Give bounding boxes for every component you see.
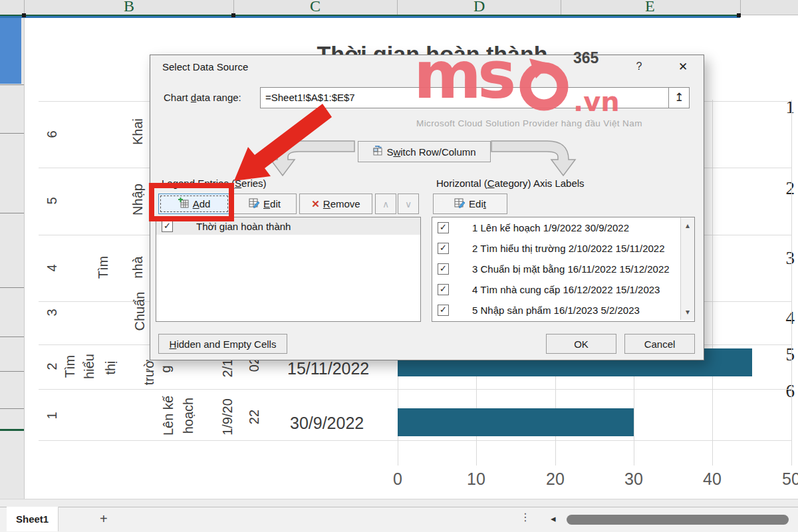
legend-entry-label: Thời gian hoàn thành (196, 221, 291, 232)
task-label: Tìm (63, 355, 78, 378)
end-date-label: 30/9/2022 (290, 414, 364, 433)
column-header-E[interactable]: E (645, 0, 655, 15)
remove-button-label: Remove (323, 198, 360, 209)
axis-label-text: 5 Nhập sản phẩm 16/1/2023 5/2/2023 (472, 305, 640, 316)
x-axis-tick: 0 (378, 469, 418, 489)
axis-label-text: 3 Chuẩn bị mặt bằng 16/11/2022 15/12/202… (472, 263, 670, 275)
scroll-down-icon[interactable]: ▾ (681, 304, 694, 320)
column-header-D[interactable]: D (473, 0, 485, 15)
checkbox-checked-icon[interactable]: ✓ (438, 222, 449, 233)
checkbox-checked-icon[interactable]: ✓ (438, 263, 449, 275)
axis-label-row[interactable]: ✓ 4 Tìm nhà cung cấp 16/12/2022 15/1/202… (432, 279, 680, 300)
watermark-vn-text: .vn (573, 86, 620, 117)
axis-label-row[interactable]: ✓ 2 Tìm hiểu thị trường 2/10/2022 15/11/… (432, 238, 680, 259)
edit-axis-button-label: Edit (469, 198, 486, 209)
edit-series-button[interactable]: Edit (233, 194, 297, 214)
selection-handle[interactable] (737, 13, 741, 17)
axis-label-row[interactable]: ✓ 1 Lên kế hoạch 1/9/2022 30/9/2022 (432, 217, 680, 238)
x-axis-tick: 30 (614, 469, 654, 489)
guide-arrow-right (490, 137, 577, 180)
legend-entries-list: ✓ Thời gian hoàn thành (156, 217, 421, 322)
highlight-box-annotation (149, 183, 234, 221)
row-divider (0, 133, 24, 134)
task-label: Khai (130, 118, 146, 145)
date-label: 1/9/20 (220, 398, 235, 436)
selection-handle[interactable] (22, 13, 26, 17)
x-axis-tick: 50 (771, 469, 798, 489)
category-number: 3 (45, 309, 60, 316)
remove-x-icon: ✕ (311, 198, 320, 210)
x-axis-tick: 40 (692, 469, 732, 489)
switch-row-column-label: Switch Row/Column (386, 146, 475, 158)
remove-button[interactable]: ✕ Remove (299, 194, 372, 214)
category-number: 2 (45, 362, 60, 370)
checkbox-checked-icon[interactable]: ✓ (438, 284, 449, 295)
task-label: hiểu (82, 354, 97, 379)
row-divider (0, 287, 24, 288)
selection-blue-line (0, 16, 740, 18)
switch-row-column-button[interactable]: Switch Row/Column (358, 141, 491, 162)
close-icon[interactable]: ✕ (675, 60, 691, 74)
move-down-button[interactable]: ∨ (398, 194, 419, 214)
column-header-B[interactable]: B (124, 0, 134, 15)
edit-table-icon (454, 198, 466, 211)
axis-labels-list: ✓ 1 Lên kế hoạch 1/9/2022 30/9/2022 ✓ 2 … (432, 217, 695, 322)
column-header-C[interactable]: C (310, 0, 321, 15)
row-divider (0, 408, 24, 409)
chevron-down-icon: ∨ (405, 199, 412, 209)
column-divider (561, 0, 561, 15)
sheet-tab[interactable]: Sheet1 (7, 507, 59, 531)
edit-table-icon (249, 198, 260, 211)
selected-row-header[interactable] (0, 18, 21, 84)
edit-axis-labels-button[interactable]: Edit (433, 194, 507, 214)
task-label: Nhập (130, 184, 146, 215)
list-scrollbar[interactable]: ▴ ▾ (680, 217, 694, 320)
scroll-left-icon[interactable]: ◂ (551, 513, 556, 525)
cancel-button[interactable]: Cancel (624, 334, 695, 354)
column-header-band (0, 0, 798, 15)
gantt-bar-task1[interactable] (398, 408, 634, 436)
chevron-up-icon: ∧ (382, 199, 389, 209)
task-label: Tìm (96, 256, 111, 279)
range-selector-button[interactable]: ↥ (668, 87, 690, 108)
chart-gridline (39, 389, 791, 390)
chart-edge-marker (0, 429, 24, 431)
date-label: 22 (247, 410, 262, 424)
add-sheet-button[interactable]: + (100, 511, 108, 527)
dialog-title: Select Data Source (162, 61, 248, 72)
checkbox-checked-icon[interactable]: ✓ (438, 305, 449, 316)
task-label: Lên kế (161, 396, 176, 436)
x-axis-tick: 20 (535, 469, 575, 489)
axis-label-text: 2 Tìm hiểu thị trường 2/10/2022 15/11/20… (472, 243, 665, 254)
chart-gridline (39, 440, 791, 441)
task-label: g (158, 365, 174, 372)
row-divider (0, 371, 24, 372)
checkbox-checked-icon[interactable]: ✓ (162, 221, 173, 232)
axis-label-row[interactable]: ✓ 5 Nhập sản phẩm 16/1/2023 5/2/2023 (432, 300, 680, 321)
column-divider (397, 0, 398, 15)
checkbox-checked-icon[interactable]: ✓ (438, 243, 449, 254)
red-arrow-annotation (226, 98, 342, 188)
edit-button-label: Edit (263, 198, 281, 209)
selection-handle[interactable] (231, 13, 235, 17)
axis-label-row[interactable]: ✓ 3 Chuẩn bị mặt bằng 16/11/2022 15/12/2… (432, 259, 680, 279)
mso-logo-text: ms (414, 37, 512, 113)
chart-gridline (791, 100, 792, 466)
axis-label-text: 1 Lên kế hoạch 1/9/2022 30/9/2022 (472, 222, 629, 233)
column-divider (233, 0, 234, 15)
tab-resize-handle[interactable]: ⋮ (520, 511, 529, 523)
mso-watermark: 365 ms .vn Microsoft Cloud Solution Prov… (399, 47, 652, 133)
ok-button[interactable]: OK (546, 334, 616, 354)
column-divider (740, 0, 741, 15)
category-number: 4 (45, 264, 60, 271)
chart-gridline (712, 100, 713, 466)
hidden-cells-button-label: Hidden and Empty Cells (170, 338, 277, 350)
hidden-and-empty-cells-button[interactable]: Hidden and Empty Cells (158, 334, 287, 354)
switch-row-column-icon (372, 146, 383, 158)
move-up-button[interactable]: ∧ (375, 194, 396, 214)
x-axis-tick: 10 (456, 469, 496, 489)
horizontal-scrollbar-thumb[interactable] (567, 515, 789, 525)
scroll-up-icon[interactable]: ▴ (681, 217, 694, 233)
column-divider (24, 0, 25, 15)
task-label: hoạch (181, 398, 196, 434)
